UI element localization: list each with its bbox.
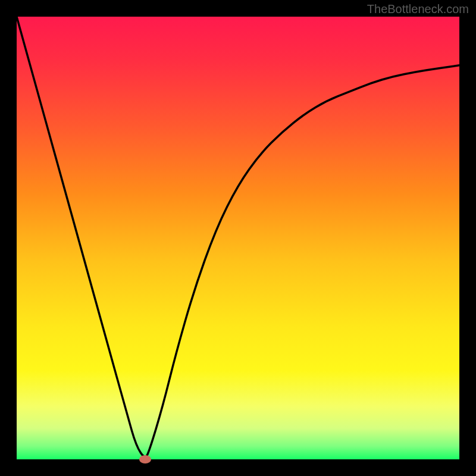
minimum-marker <box>139 455 151 464</box>
bottleneck-curve <box>17 17 459 459</box>
plot-area <box>17 17 459 459</box>
watermark-text: TheBottleneck.com <box>367 2 469 16</box>
